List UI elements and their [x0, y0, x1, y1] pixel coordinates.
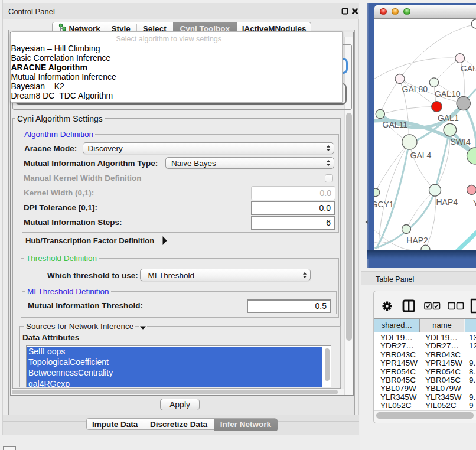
- svg-text:GAL1: GAL1: [437, 113, 458, 123]
- svg-text:GAL11: GAL11: [382, 120, 407, 129]
- svg-text:HAP4: HAP4: [436, 197, 458, 207]
- svg-text:GAL4: GAL4: [410, 151, 431, 160]
- svg-text:GAL10: GAL10: [434, 89, 460, 99]
- svg-text:SWI4: SWI4: [450, 137, 470, 146]
- svg-text:HAP2: HAP2: [406, 236, 428, 245]
- svg-text:Y: Y: [473, 198, 476, 208]
- svg-text:GAL: GAL: [460, 64, 476, 73]
- svg-text:GAL80: GAL80: [402, 84, 428, 94]
- svg-text:GCY1: GCY1: [374, 200, 394, 209]
